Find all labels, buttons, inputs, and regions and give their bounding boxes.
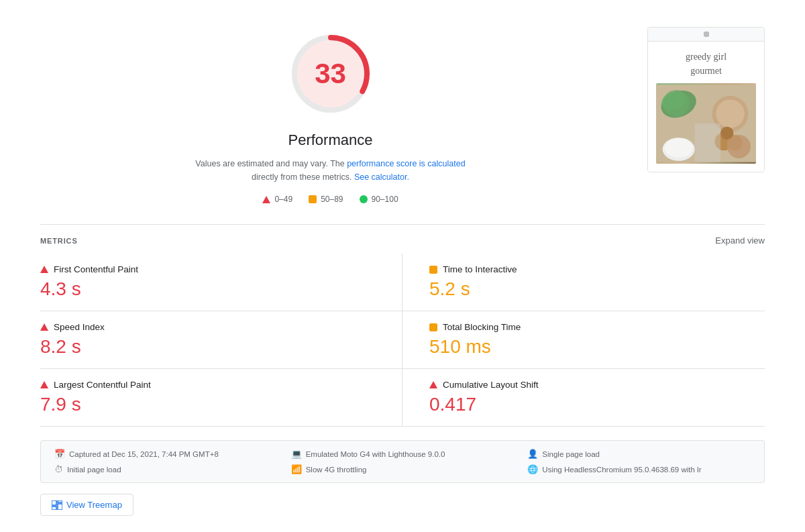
svg-rect-13	[695, 123, 720, 162]
calendar-icon: 📅	[54, 449, 65, 459]
metric-si-name-row: Speed Index	[40, 322, 375, 332]
footer-page-load-text: Initial page load	[67, 466, 121, 474]
svg-point-12	[664, 138, 692, 158]
score-left: 33 Performance Values are estimated and …	[40, 27, 621, 204]
score-description: Values are estimated and may vary. The p…	[190, 157, 472, 184]
metric-tti-icon	[429, 266, 437, 274]
metric-cls: Cumulative Layout Shift 0.417	[402, 369, 765, 427]
metric-tbt-icon	[429, 323, 437, 331]
score-title: Performance	[288, 131, 373, 149]
metric-si: Speed Index 8.2 s	[40, 311, 402, 369]
footer-page-load: ⏱ Initial page load	[54, 464, 278, 474]
metric-lcp-label: Largest Contentful Paint	[54, 380, 151, 390]
treemap-button[interactable]: View Treemap	[40, 494, 133, 516]
site-preview-dot	[704, 32, 709, 37]
metric-cls-label: Cumulative Layout Shift	[443, 380, 539, 390]
metrics-label: METRICS	[40, 237, 78, 245]
legend-range-3: 90–100	[372, 195, 398, 204]
metric-tbt-value: 510 ms	[429, 336, 765, 358]
footer-browser-text: Using HeadlessChromium 95.0.4638.69 with…	[542, 466, 701, 474]
score-legend: 0–49 50–89 90–100	[262, 195, 398, 204]
page-wrapper: 33 Performance Values are estimated and …	[0, 0, 805, 532]
site-preview-header	[648, 28, 764, 42]
calculator-link[interactable]: See calculator.	[354, 172, 409, 182]
metric-lcp-name-row: Largest Contentful Paint	[40, 380, 375, 390]
footer-throttling: 📶 Slow 4G throttling	[291, 464, 515, 474]
metric-si-icon	[40, 323, 48, 331]
legend-item-red: 0–49	[262, 195, 292, 204]
score-desc-text1: Values are estimated and may vary. The	[195, 159, 347, 168]
footer-info: 📅 Captured at Dec 15, 2021, 7:44 PM GMT+…	[40, 440, 765, 483]
metrics-grid: First Contentful Paint 4.3 s Time to Int…	[40, 254, 765, 427]
metric-fcp-label: First Contentful Paint	[54, 264, 138, 274]
legend-orange-icon	[309, 195, 317, 203]
metric-tbt-label: Total Blocking Time	[443, 322, 521, 332]
svg-rect-14	[52, 500, 56, 505]
site-preview-title: greedy girl gourmet	[656, 50, 756, 78]
footer-device-text: Emulated Moto G4 with Lighthouse 9.0.0	[306, 450, 445, 458]
metric-cls-name-row: Cumulative Layout Shift	[429, 380, 765, 390]
metrics-header: METRICS Expand view	[40, 225, 765, 254]
metric-tbt-name-row: Total Blocking Time	[429, 322, 765, 332]
metric-lcp-icon	[40, 381, 48, 388]
site-preview-body: greedy girl gourmet	[648, 42, 764, 172]
metric-fcp-name-row: First Contentful Paint	[40, 264, 375, 274]
metric-fcp-value: 4.3 s	[40, 278, 375, 300]
metric-si-label: Speed Index	[54, 322, 105, 332]
metric-tti-name-row: Time to Interactive	[429, 264, 765, 274]
load-icon: 👤	[527, 449, 538, 459]
score-desc-text2: directly from these metrics.	[252, 172, 354, 182]
footer-browser: 🌐 Using HeadlessChromium 95.0.4638.69 wi…	[527, 464, 751, 474]
metric-cls-icon	[429, 381, 437, 388]
svg-rect-15	[58, 500, 62, 502]
metric-lcp: Largest Contentful Paint 7.9 s	[40, 369, 402, 427]
expand-view-button[interactable]: Expand view	[715, 235, 765, 246]
footer-load-type: 👤 Single page load	[527, 449, 751, 459]
metric-si-value: 8.2 s	[40, 336, 375, 358]
legend-item-orange: 50–89	[309, 195, 343, 204]
legend-item-green: 90–100	[360, 195, 398, 204]
metric-tti-label: Time to Interactive	[443, 264, 517, 274]
performance-score-link[interactable]: performance score is calculated	[347, 159, 465, 168]
score-section: 33 Performance Values are estimated and …	[40, 13, 765, 224]
legend-range-2: 50–89	[321, 195, 343, 204]
device-icon: 💻	[291, 449, 302, 459]
treemap-icon	[52, 500, 62, 510]
metric-fcp: First Contentful Paint 4.3 s	[40, 254, 402, 311]
legend-green-icon	[360, 195, 368, 203]
metric-fcp-icon	[40, 266, 48, 273]
footer-throttling-text: Slow 4G throttling	[306, 466, 367, 474]
clock-icon: ⏱	[54, 464, 63, 474]
footer-captured: 📅 Captured at Dec 15, 2021, 7:44 PM GMT+…	[54, 449, 278, 459]
score-gauge: 33	[284, 27, 378, 121]
metric-tti: Time to Interactive 5.2 s	[402, 254, 765, 311]
metric-tti-value: 5.2 s	[429, 278, 765, 300]
legend-red-icon	[262, 196, 270, 203]
site-preview-image	[656, 83, 756, 164]
metric-lcp-value: 7.9 s	[40, 394, 375, 415]
svg-point-10	[720, 127, 733, 140]
footer-load-type-text: Single page load	[542, 450, 600, 458]
svg-rect-17	[52, 507, 56, 510]
site-preview: greedy girl gourmet	[647, 27, 765, 172]
legend-range-1: 0–49	[274, 195, 292, 204]
footer-captured-text: Captured at Dec 15, 2021, 7:44 PM GMT+8	[69, 450, 219, 458]
svg-point-7	[716, 99, 744, 127]
metric-tbt: Total Blocking Time 510 ms	[402, 311, 765, 369]
svg-rect-16	[58, 504, 62, 510]
browser-icon: 🌐	[527, 464, 538, 474]
treemap-button-label: View Treemap	[66, 500, 122, 510]
score-value: 33	[315, 60, 346, 88]
treemap-section: View Treemap	[40, 494, 765, 516]
wifi-icon: 📶	[291, 464, 302, 474]
footer-device: 💻 Emulated Moto G4 with Lighthouse 9.0.0	[291, 449, 515, 459]
metric-cls-value: 0.417	[429, 394, 765, 415]
